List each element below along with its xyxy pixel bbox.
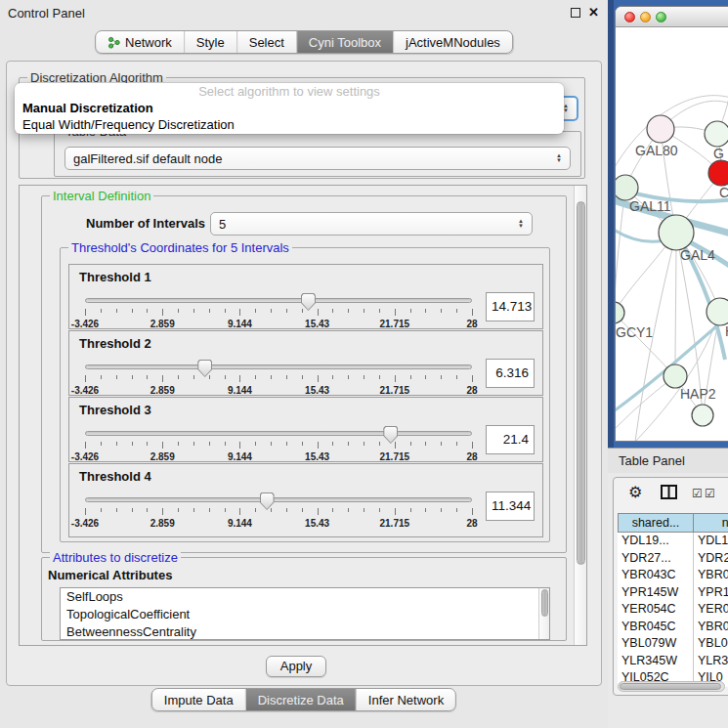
- threshold-slider[interactable]: -3.4262.8599.14415.4321.71528: [85, 425, 472, 464]
- table-data-combobox[interactable]: galFiltered.sif default node ▲▼: [64, 147, 571, 170]
- threshold-slider[interactable]: -3.4262.8599.14415.4321.71528: [85, 292, 472, 331]
- threshold-slider[interactable]: -3.4262.8599.14415.4321.71528: [85, 359, 472, 398]
- threshold-row: -3.4262.8599.14415.4321.7152821.4: [85, 425, 535, 464]
- threshold-value-field[interactable]: 11.344: [486, 492, 535, 521]
- table-cell: YDR27...: [618, 550, 694, 568]
- table-row[interactable]: YDL19...YDL1: [618, 533, 728, 550]
- horizontal-scrollbar[interactable]: [618, 681, 725, 692]
- threshold-slider[interactable]: -3.4262.8599.14415.4321.71528: [85, 492, 472, 531]
- table-row[interactable]: YBL079WYBL0: [618, 635, 728, 653]
- tab-network[interactable]: Network: [96, 31, 184, 53]
- threshold-label: Threshold 4: [79, 469, 151, 484]
- threshold-value-field[interactable]: 14.713: [486, 292, 535, 321]
- close-traffic-light-icon[interactable]: [624, 12, 635, 22]
- tick-label: -3.426: [71, 518, 99, 529]
- threshold-value-field[interactable]: 21.4: [486, 425, 535, 454]
- close-icon[interactable]: ✕: [588, 5, 599, 20]
- algorithm-option[interactable]: Equal Width/Frequency Discretization: [15, 116, 564, 133]
- group-title: Interval Definition: [50, 189, 153, 203]
- float-window-icon[interactable]: [571, 8, 580, 18]
- tick-mark: [332, 442, 333, 446]
- scrollbar-thumb[interactable]: [577, 201, 585, 565]
- network-node[interactable]: [692, 405, 713, 426]
- tick-label: 15.43: [305, 319, 329, 329]
- tab-discretize-data[interactable]: Discretize Data: [245, 689, 356, 710]
- tab-select[interactable]: Select: [236, 31, 296, 53]
- tick-mark: [116, 442, 117, 446]
- table-row[interactable]: YBR045CYBR0: [618, 619, 728, 636]
- scrollbar-thumb[interactable]: [541, 589, 548, 617]
- slider-track[interactable]: [85, 364, 472, 369]
- zoom-traffic-light-icon[interactable]: [656, 12, 666, 22]
- tick-mark: [332, 309, 333, 313]
- tick-mark: [425, 442, 426, 446]
- list-scrollbar[interactable]: [538, 588, 549, 639]
- table-toolbar: ⚙ ☑ ☑: [614, 478, 728, 509]
- tab-style[interactable]: Style: [184, 31, 236, 53]
- network-node-h[interactable]: [707, 298, 728, 325]
- minimize-traffic-light-icon[interactable]: [640, 12, 651, 22]
- scrollbar-thumb[interactable]: [620, 683, 721, 690]
- apply-button[interactable]: Apply: [266, 656, 326, 677]
- split-columns-icon[interactable]: [661, 485, 677, 502]
- tick-mark: [209, 508, 210, 512]
- network-node-gal4[interactable]: [659, 215, 694, 250]
- tab-impute-data[interactable]: Impute Data: [152, 689, 245, 710]
- tick-mark: [410, 442, 411, 446]
- slider-track[interactable]: [85, 298, 472, 303]
- threshold-value-field[interactable]: 6.316: [486, 359, 535, 388]
- table-panel-titlebar: Table Panel: [608, 448, 728, 473]
- column-header[interactable]: shared...: [618, 513, 694, 533]
- tab-infer-network[interactable]: Infer Network: [356, 689, 455, 710]
- column-header[interactable]: name: [694, 513, 728, 533]
- attribute-list-item[interactable]: TopologicalCoefficient: [61, 606, 549, 623]
- tab-cyni-toolbox[interactable]: Cyni Toolbox: [296, 31, 393, 53]
- tab-label: Style: [196, 35, 225, 50]
- tick-mark: [225, 309, 226, 313]
- network-node-gal11[interactable]: [616, 175, 638, 200]
- tick-mark: [271, 508, 272, 512]
- tick-mark: [286, 442, 287, 446]
- slider-track[interactable]: [85, 497, 472, 502]
- table-row[interactable]: YBR043CYBR0: [618, 567, 728, 584]
- network-node-c[interactable]: [708, 160, 728, 186]
- tab-label: Select: [249, 35, 284, 50]
- slider-track[interactable]: [85, 431, 472, 436]
- checkbox-icon[interactable]: ☑: [705, 487, 715, 500]
- tab-jactivemnodules[interactable]: jActiveMNodules: [393, 31, 512, 53]
- table-cell: YBR0: [694, 567, 728, 584]
- network-node-gal80[interactable]: [647, 115, 674, 143]
- node-table[interactable]: shared...nameYDL19...YDL1YDR27...YDR2YBR…: [618, 513, 728, 687]
- network-node-g[interactable]: [705, 121, 728, 147]
- attribute-list-item[interactable]: SelfLoops: [61, 588, 549, 606]
- tick-mark: [379, 309, 380, 313]
- tick-label: 21.715: [380, 518, 410, 529]
- table-row[interactable]: YLR345WYLR3: [618, 653, 728, 670]
- tick-mark: [178, 375, 179, 379]
- network-canvas[interactable]: GAL80GCGAL11GAL4GCY1HHAP2: [616, 27, 728, 442]
- table-cell: YBL0: [694, 635, 728, 653]
- table-row[interactable]: YPR145WYPR1: [618, 584, 728, 602]
- combo-arrows-icon: ▲▼: [518, 219, 524, 229]
- vertical-scrollbar[interactable]: [574, 186, 586, 645]
- num-intervals-combobox[interactable]: 5 ▲▼: [210, 212, 533, 236]
- slider-tick-labels: -3.4262.8599.14415.4321.71528: [85, 451, 472, 463]
- network-node-gcy1[interactable]: [616, 302, 624, 323]
- tick-label: 28: [466, 385, 477, 396]
- tick-mark: [209, 442, 210, 446]
- table-row[interactable]: YER054CYER0: [618, 601, 728, 619]
- right-panel: GAL80GCGAL11GAL4GCY1HHAP2 Table Panel ⚙ …: [608, 0, 728, 728]
- table-cell: YPR145W: [618, 584, 694, 602]
- network-node-hap2[interactable]: [664, 364, 687, 388]
- bottom-tab-bar: Impute DataDiscretize DataInfer Network: [151, 688, 456, 711]
- tick-mark: [85, 375, 86, 382]
- top-tab-bar: NetworkStyleSelectCyni ToolboxjActiveMNo…: [95, 30, 513, 54]
- algorithm-option[interactable]: Manual Discretization: [15, 100, 564, 116]
- checkbox-icon[interactable]: ☑: [692, 487, 703, 500]
- gear-icon[interactable]: ⚙: [628, 483, 642, 501]
- attribute-list-item[interactable]: BetweennessCentrality: [61, 623, 549, 640]
- table-row[interactable]: YDR27...YDR2: [618, 550, 728, 568]
- network-window-titlebar[interactable]: [616, 7, 728, 27]
- tick-mark: [116, 309, 117, 313]
- table-cell: YDR2: [694, 550, 728, 568]
